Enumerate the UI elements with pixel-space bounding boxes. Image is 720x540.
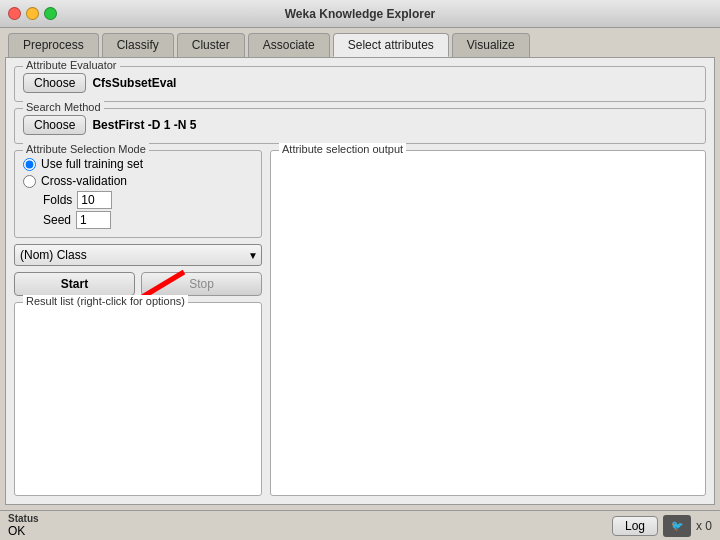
search-method-value: BestFirst -D 1 -N 5 [92, 118, 196, 132]
class-dropdown[interactable]: (Nom) Class [14, 244, 262, 266]
result-list-label: Result list (right-click for options) [23, 295, 188, 307]
tab-preprocess[interactable]: Preprocess [8, 33, 99, 57]
status-value: OK [8, 524, 39, 538]
tab-associate[interactable]: Associate [248, 33, 330, 57]
output-panel: Attribute selection output [270, 150, 706, 496]
left-panel: Attribute Selection Mode Use full traini… [14, 150, 262, 496]
window-title: Weka Knowledge Explorer [285, 7, 436, 21]
status-right: Log 🐦 x 0 [612, 515, 712, 537]
start-button[interactable]: Start [14, 272, 135, 296]
main-content: Attribute Evaluator Choose CfsSubsetEval… [5, 57, 715, 505]
full-training-label: Use full training set [41, 157, 143, 171]
action-row: Start Stop [14, 272, 262, 296]
maximize-button[interactable] [44, 7, 57, 20]
status-bar: Status OK Log 🐦 x 0 [0, 510, 720, 540]
weka-icon: 🐦 [663, 515, 691, 537]
selection-area: Attribute Selection Mode Use full traini… [14, 150, 706, 496]
full-training-radio[interactable] [23, 158, 36, 171]
minimize-button[interactable] [26, 7, 39, 20]
output-panel-label: Attribute selection output [279, 143, 406, 155]
tab-visualize[interactable]: Visualize [452, 33, 530, 57]
log-button[interactable]: Log [612, 516, 658, 536]
status-label: Status [8, 513, 39, 524]
tab-select-attributes[interactable]: Select attributes [333, 33, 449, 57]
cross-validation-radio[interactable] [23, 175, 36, 188]
attribute-evaluator-group: Attribute Evaluator Choose CfsSubsetEval [14, 66, 706, 102]
selection-mode-group: Attribute Selection Mode Use full traini… [14, 150, 262, 238]
tab-classify[interactable]: Classify [102, 33, 174, 57]
tabs-bar: Preprocess Classify Cluster Associate Se… [0, 28, 720, 57]
choose-evaluator-button[interactable]: Choose [23, 73, 86, 93]
folds-input[interactable] [77, 191, 112, 209]
stop-button[interactable]: Stop [141, 272, 262, 296]
evaluator-value: CfsSubsetEval [92, 76, 176, 90]
selection-mode-label: Attribute Selection Mode [23, 143, 149, 155]
tab-cluster[interactable]: Cluster [177, 33, 245, 57]
x-count: x 0 [696, 519, 712, 533]
search-method-label: Search Method [23, 101, 104, 113]
result-list-group: Result list (right-click for options) [14, 302, 262, 496]
close-button[interactable] [8, 7, 21, 20]
choose-search-button[interactable]: Choose [23, 115, 86, 135]
cross-validation-label: Cross-validation [41, 174, 127, 188]
class-dropdown-wrapper: (Nom) Class ▼ [14, 244, 262, 266]
seed-input[interactable] [76, 211, 111, 229]
attribute-evaluator-label: Attribute Evaluator [23, 59, 120, 71]
search-method-group: Search Method Choose BestFirst -D 1 -N 5 [14, 108, 706, 144]
folds-label: Folds [43, 193, 72, 207]
title-bar: Weka Knowledge Explorer [0, 0, 720, 28]
seed-label: Seed [43, 213, 71, 227]
